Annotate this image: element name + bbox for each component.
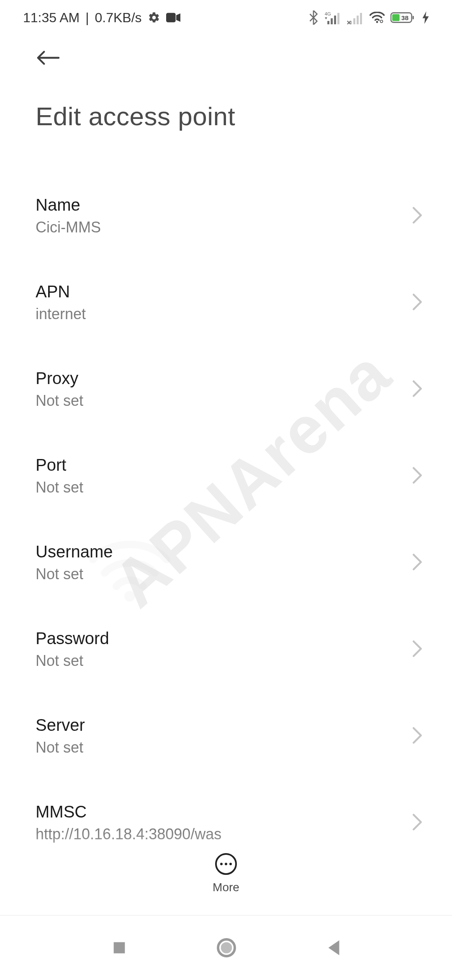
row-value: internet <box>36 305 86 323</box>
svg-rect-1 <box>166 13 176 23</box>
back-button[interactable] <box>34 44 61 71</box>
svg-rect-4 <box>331 18 333 24</box>
row-value: Not set <box>36 479 83 496</box>
row-value: Not set <box>36 739 85 756</box>
row-proxy[interactable]: Proxy Not set <box>36 351 423 428</box>
row-value: http://10.16.18.4:38090/was <box>36 825 221 843</box>
chevron-right-icon <box>412 467 423 486</box>
row-title: Password <box>36 629 109 648</box>
row-title: Username <box>36 542 113 561</box>
page-title: Edit access point <box>0 71 452 131</box>
chevron-right-icon <box>412 293 423 312</box>
battery-icon: 38 <box>390 11 416 24</box>
video-camera-icon <box>166 13 180 23</box>
svg-point-11 <box>376 21 378 23</box>
gear-icon <box>148 11 160 24</box>
signal-4g-icon: 4G <box>324 11 341 24</box>
row-server[interactable]: Server Not set <box>36 697 423 775</box>
row-apn[interactable]: APN internet <box>36 264 423 341</box>
svg-rect-10 <box>360 13 362 24</box>
chevron-right-icon <box>412 206 423 226</box>
more-dots-icon <box>215 853 237 875</box>
row-port[interactable]: Port Not set <box>36 437 423 515</box>
nav-recents-button[interactable] <box>111 939 128 956</box>
svg-rect-5 <box>334 15 336 24</box>
status-bar: 11:35 AM | 0.7KB/s 4G <box>0 0 452 33</box>
status-time: 11:35 AM <box>23 10 80 26</box>
row-username[interactable]: Username Not set <box>36 524 423 601</box>
settings-list: Name Cici-MMS APN internet Proxy Not set <box>0 131 452 948</box>
svg-rect-6 <box>337 13 339 24</box>
row-value: Not set <box>36 565 113 583</box>
nav-home-button[interactable] <box>216 937 237 958</box>
chevron-right-icon <box>412 380 423 399</box>
svg-text:4G: 4G <box>325 11 331 16</box>
row-name[interactable]: Name Cici-MMS <box>36 177 423 255</box>
row-title: Server <box>36 716 85 735</box>
bluetooth-icon <box>308 10 318 25</box>
row-title: MMSC <box>36 802 221 821</box>
chevron-right-icon <box>412 813 423 833</box>
svg-point-18 <box>221 942 232 954</box>
chevron-right-icon <box>412 727 423 746</box>
chevron-right-icon <box>412 553 423 573</box>
status-net-speed: 0.7KB/s <box>95 10 142 26</box>
navigation-bar <box>0 915 452 980</box>
wifi-icon <box>370 12 385 23</box>
svg-rect-14 <box>392 14 400 21</box>
svg-rect-9 <box>357 15 359 24</box>
row-title: Port <box>36 456 83 475</box>
row-password[interactable]: Password Not set <box>36 611 423 688</box>
row-title: Proxy <box>36 369 83 388</box>
svg-rect-15 <box>413 16 414 19</box>
battery-percent-text: 38 <box>401 14 409 21</box>
svg-rect-16 <box>114 942 125 954</box>
row-title: Name <box>36 196 101 214</box>
row-value: Cici-MMS <box>36 219 101 236</box>
svg-rect-8 <box>353 18 355 24</box>
row-value: Not set <box>36 652 109 670</box>
row-value: Not set <box>36 392 83 410</box>
charging-bolt-icon <box>422 11 429 24</box>
signal-no-sim-icon <box>347 11 364 24</box>
status-divider: | <box>85 10 89 26</box>
row-mmsc[interactable]: MMSC http://10.16.18.4:38090/was <box>36 784 423 861</box>
more-label: More <box>213 881 239 894</box>
arrow-left-icon <box>36 49 60 66</box>
more-button[interactable]: More <box>0 853 452 894</box>
chevron-right-icon <box>412 640 423 659</box>
row-title: APN <box>36 282 86 301</box>
svg-rect-3 <box>327 21 329 24</box>
nav-back-button[interactable] <box>325 939 341 957</box>
